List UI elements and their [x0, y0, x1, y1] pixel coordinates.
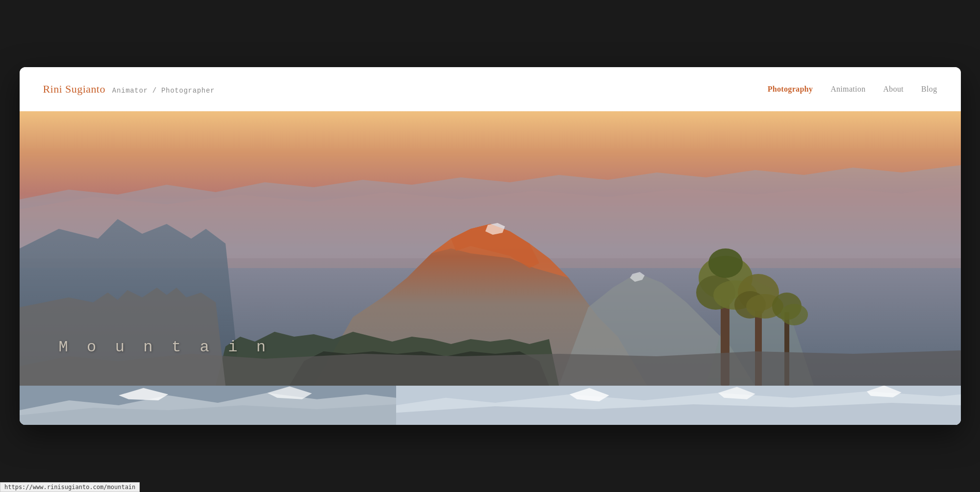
nav-photography[interactable]: Photography	[768, 85, 813, 94]
site-branding: Rini Sugianto Animator / Photographer	[43, 83, 215, 96]
preview-strip-inner	[20, 386, 961, 425]
preview-left	[20, 386, 396, 425]
svg-point-5	[708, 248, 743, 278]
browser-window: Rini Sugianto Animator / Photographer Ph…	[20, 67, 961, 425]
hero-label: M o u n t a i n	[59, 338, 271, 356]
nav-animation[interactable]: Animation	[830, 85, 865, 94]
preview-strip	[20, 386, 961, 425]
site-header: Rini Sugianto Animator / Photographer Ph…	[20, 67, 961, 111]
main-nav: Photography Animation About Blog	[768, 85, 937, 94]
status-bar-url: https://www.rinisugianto.com/mountain	[0, 482, 140, 492]
nav-blog[interactable]: Blog	[921, 85, 937, 94]
preview-right	[396, 386, 961, 425]
svg-point-12	[780, 304, 808, 325]
site-tagline: Animator / Photographer	[112, 87, 215, 95]
site-name[interactable]: Rini Sugianto	[43, 83, 105, 96]
nav-about[interactable]: About	[883, 85, 904, 94]
hero-section: M o u n t a i n	[20, 111, 961, 386]
